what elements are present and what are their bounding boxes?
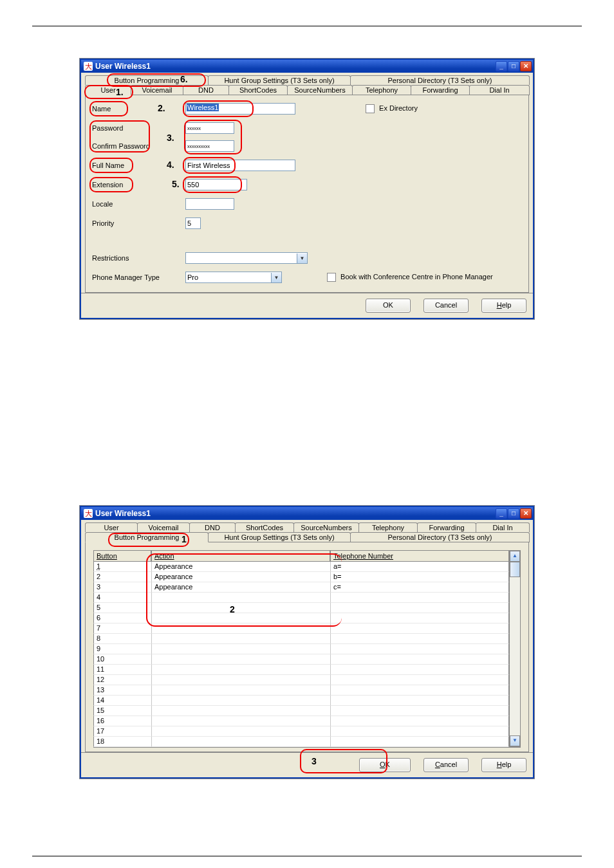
minimize-button[interactable]: _	[496, 61, 507, 71]
table-row-action[interactable]	[151, 675, 330, 685]
table-row-telephone[interactable]	[330, 613, 509, 623]
table-row-telephone[interactable]	[330, 634, 509, 644]
ok-button[interactable]: OK	[359, 758, 411, 772]
minimize-button[interactable]: _	[496, 508, 507, 519]
scroll-down-icon[interactable]: ▼	[510, 735, 520, 746]
tab-shortcodes[interactable]: ShortCodes	[228, 85, 288, 95]
tab-voicemail[interactable]: Voicemail	[137, 522, 190, 532]
scrollbar[interactable]: ▲ ▼	[509, 550, 521, 747]
extension-input[interactable]	[185, 179, 247, 190]
fullname-input[interactable]	[185, 160, 295, 171]
table-row-telephone[interactable]	[330, 716, 509, 726]
tab-shortcodes[interactable]: ShortCodes	[235, 522, 294, 532]
table-row-telephone[interactable]	[330, 593, 509, 603]
tab-dnd[interactable]: DND	[183, 85, 229, 95]
table-row-button[interactable]: 12	[93, 675, 151, 685]
col-telephone[interactable]: Telephone Number	[330, 550, 509, 562]
table-row-action[interactable]	[151, 665, 330, 675]
table-row-action[interactable]	[151, 613, 330, 623]
col-action[interactable]: Action	[151, 550, 330, 562]
table-row-telephone[interactable]	[330, 737, 509, 747]
table-row-action[interactable]	[151, 716, 330, 726]
table-row-action[interactable]	[151, 685, 330, 696]
tab-personal-directory[interactable]: Personal Directory (T3 Sets only)	[350, 75, 530, 85]
table-row-button[interactable]: 11	[93, 665, 151, 675]
table-row-action[interactable]	[151, 726, 330, 737]
tab-button-programming[interactable]: Button Programming	[85, 75, 209, 85]
book-conference-checkbox[interactable]	[327, 273, 336, 282]
tab-telephony[interactable]: Telephony	[358, 522, 418, 532]
table-row-button[interactable]: 7	[93, 623, 151, 634]
table-row-telephone[interactable]: c=	[330, 582, 509, 593]
table-row-telephone[interactable]: a=	[330, 562, 509, 572]
help-button[interactable]: Help	[481, 758, 526, 772]
table-row-telephone[interactable]	[330, 706, 509, 716]
confirm-password-input[interactable]	[185, 140, 234, 152]
tab-personal-directory[interactable]: Personal Directory (T3 Sets only)	[350, 532, 530, 542]
locale-input[interactable]	[185, 198, 234, 210]
table-row-telephone[interactable]	[330, 654, 509, 665]
table-row-button[interactable]: 14	[93, 696, 151, 706]
tab-forwarding[interactable]: Forwarding	[411, 85, 470, 95]
table-row-button[interactable]: 9	[93, 644, 151, 654]
button-table[interactable]: Button Action Telephone Number 1Appearan…	[93, 550, 509, 747]
table-row-telephone[interactable]	[330, 685, 509, 696]
table-row-button[interactable]: 10	[93, 654, 151, 665]
tab-user[interactable]: User	[85, 522, 138, 532]
close-button[interactable]: ✕	[520, 61, 532, 71]
table-row-telephone[interactable]	[330, 726, 509, 737]
table-row-telephone[interactable]	[330, 675, 509, 685]
help-button[interactable]: Help	[481, 299, 526, 313]
table-row-telephone[interactable]	[330, 603, 509, 613]
table-row-action[interactable]	[151, 644, 330, 654]
tab-hunt-group[interactable]: Hunt Group Settings (T3 Sets only)	[208, 75, 351, 85]
table-row-button[interactable]: 8	[93, 634, 151, 644]
close-button[interactable]: ✕	[520, 508, 532, 519]
tab-dialin[interactable]: Dial In	[476, 522, 530, 532]
table-row-button[interactable]: 18	[93, 737, 151, 747]
table-row-button[interactable]: 16	[93, 716, 151, 726]
tab-telephony[interactable]: Telephony	[352, 85, 411, 95]
scroll-up-icon[interactable]: ▲	[510, 551, 520, 562]
maximize-button[interactable]: □	[508, 61, 519, 71]
table-row-action[interactable]: Appearance	[151, 582, 330, 593]
password-input[interactable]	[185, 122, 234, 134]
table-row-action[interactable]	[151, 623, 330, 634]
table-row-button[interactable]: 17	[93, 726, 151, 737]
maximize-button[interactable]: □	[508, 508, 519, 519]
tab-dialin[interactable]: Dial In	[469, 85, 530, 95]
table-row-telephone[interactable]: b=	[330, 572, 509, 582]
col-button[interactable]: Button	[93, 550, 151, 562]
table-row-telephone[interactable]	[330, 696, 509, 706]
tab-hunt-group[interactable]: Hunt Group Settings (T3 Sets only)	[208, 532, 351, 542]
ok-button[interactable]: OK	[366, 299, 411, 313]
table-row-action[interactable]	[151, 593, 330, 603]
table-row-button[interactable]: 6	[93, 613, 151, 623]
scroll-thumb[interactable]	[510, 562, 520, 577]
table-row-button[interactable]: 13	[93, 685, 151, 696]
table-row-action[interactable]	[151, 634, 330, 644]
table-row-button[interactable]: 1	[93, 562, 151, 572]
table-row-button[interactable]: 4	[93, 593, 151, 603]
tab-sourcenumbers[interactable]: SourceNumbers	[287, 85, 353, 95]
tab-sourcenumbers[interactable]: SourceNumbers	[293, 522, 359, 532]
priority-input[interactable]	[185, 217, 201, 229]
table-row-action[interactable]	[151, 654, 330, 665]
table-row-button[interactable]: 3	[93, 582, 151, 593]
table-row-action[interactable]	[151, 737, 330, 747]
tab-user[interactable]: User	[85, 85, 131, 95]
table-row-action[interactable]: Appearance	[151, 562, 330, 572]
cancel-button[interactable]: Cancel	[423, 758, 469, 772]
table-row-telephone[interactable]	[330, 644, 509, 654]
table-row-action[interactable]	[151, 706, 330, 716]
table-row-telephone[interactable]	[330, 623, 509, 634]
tab-button-programming[interactable]: Button Programming	[85, 532, 209, 542]
ex-directory-checkbox[interactable]	[366, 104, 375, 113]
table-row-button[interactable]: 2	[93, 572, 151, 582]
tab-dnd[interactable]: DND	[189, 522, 236, 532]
table-row-button[interactable]: 5	[93, 603, 151, 613]
table-row-action[interactable]	[151, 603, 330, 613]
phone-manager-select[interactable]: Pro ▼	[185, 272, 282, 283]
titlebar[interactable]: 大 User Wireless1 _ □ ✕	[81, 507, 533, 520]
tab-forwarding[interactable]: Forwarding	[417, 522, 476, 532]
